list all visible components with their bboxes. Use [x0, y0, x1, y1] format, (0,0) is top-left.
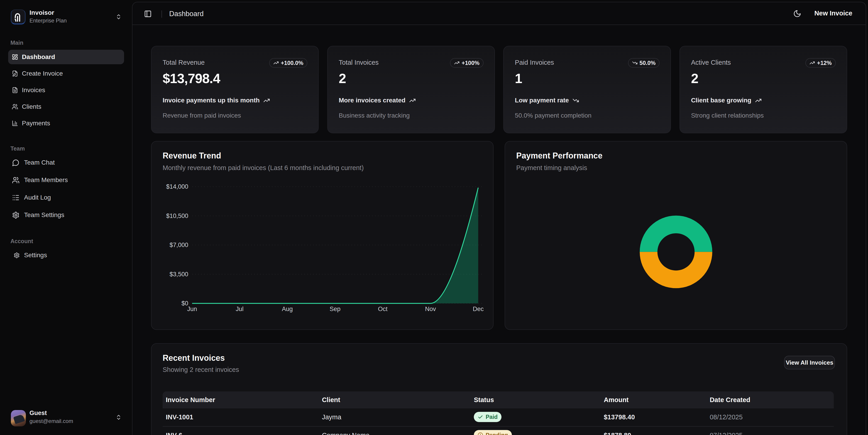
svg-text:Sep: Sep	[330, 306, 340, 312]
svg-text:Jul: Jul	[236, 306, 244, 312]
svg-text:$7,000: $7,000	[169, 241, 188, 249]
svg-text:$3,500: $3,500	[169, 271, 188, 278]
svg-text:Dec: Dec	[473, 306, 484, 312]
svg-text:Jun: Jun	[187, 306, 197, 312]
svg-text:$10,500: $10,500	[166, 212, 188, 219]
svg-text:$14,000: $14,000	[166, 183, 188, 190]
svg-text:Nov: Nov	[425, 306, 436, 312]
svg-text:Oct: Oct	[378, 306, 388, 312]
svg-text:Aug: Aug	[282, 306, 293, 312]
